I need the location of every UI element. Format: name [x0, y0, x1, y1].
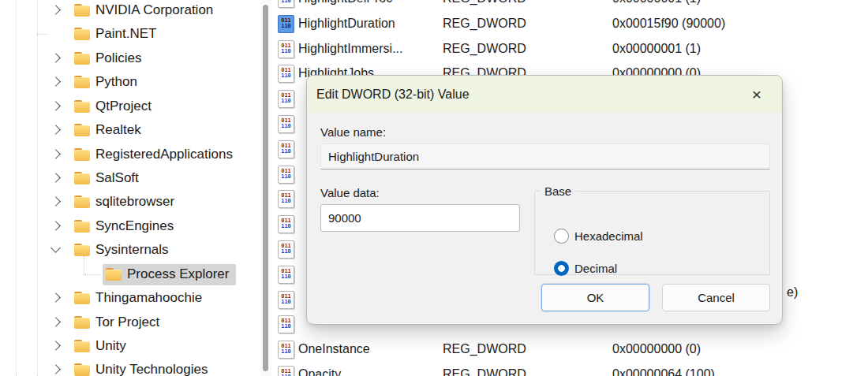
- reg-dword-icon: 011 110: [278, 115, 294, 133]
- sidebar-item-label: RegisteredApplications: [95, 147, 233, 162]
- reg-dword-icon: 011 110: [278, 140, 294, 158]
- folder-icon: [106, 268, 122, 281]
- reg-dword-icon: 011 110: [278, 0, 294, 8]
- value-name-label: Value name:: [320, 125, 386, 139]
- sidebar-item-thingamahoochie[interactable]: Thingamahoochie: [0, 286, 260, 310]
- folder-icon: [74, 340, 90, 352]
- sidebar-item-unity-technologies[interactable]: Unity Technologies: [0, 358, 260, 376]
- sidebar-item-salsoft[interactable]: SalSoft: [0, 166, 260, 190]
- value-name-cell: HighlightDuration: [298, 17, 440, 31]
- value-row-highlightimmersi[interactable]: 011 110 HighlightImmersi... REG_DWORD 0x…: [275, 36, 868, 61]
- radio-hexadecimal-label: Hexadecimal: [574, 229, 643, 243]
- sidebar-item-process-explorer[interactable]: Process Explorer: [0, 262, 260, 286]
- sidebar-item-label: Process Explorer: [127, 266, 229, 282]
- value-name-cell: HighlightDelProc: [298, 0, 440, 6]
- radio-decimal[interactable]: Decimal: [554, 260, 617, 276]
- value-data-input[interactable]: [320, 204, 520, 232]
- close-icon[interactable]: ×: [746, 87, 768, 102]
- radio-unchecked-icon[interactable]: [554, 229, 569, 244]
- sidebar-item-qtproject[interactable]: QtProject: [0, 95, 260, 118]
- chevron-icon[interactable]: [49, 363, 63, 376]
- chevron-icon[interactable]: [49, 27, 63, 41]
- sidebar-item-syncengines[interactable]: SyncEngines: [0, 214, 260, 238]
- radio-hexadecimal[interactable]: Hexadecimal: [554, 228, 643, 244]
- value-name-cell: Opacity: [298, 367, 440, 376]
- chevron-icon[interactable]: [49, 3, 63, 17]
- edit-dword-dialog: Edit DWORD (32-bit) Value × Value name: …: [306, 75, 783, 325]
- reg-dword-icon: 011 110: [278, 65, 294, 83]
- value-type-cell: REG_DWORD: [443, 342, 612, 356]
- value-data-cell: 0x00000000 (0): [612, 342, 868, 356]
- sidebar-item-nvidia-corporation[interactable]: NVIDIA Corporation: [0, 0, 260, 22]
- registry-editor-window: NVIDIA Corporation Paint.NET Policies Py…: [0, 0, 868, 376]
- reg-dword-icon: 011 110: [278, 291, 294, 309]
- ok-button[interactable]: OK: [541, 284, 649, 311]
- chevron-icon[interactable]: [49, 315, 63, 329]
- dialog-title: Edit DWORD (32-bit) Value: [316, 87, 470, 102]
- value-name-field[interactable]: [320, 143, 770, 169]
- chevron-icon[interactable]: [49, 219, 63, 233]
- radio-checked-icon[interactable]: [554, 261, 569, 276]
- chevron-icon[interactable]: [49, 99, 63, 114]
- sidebar-item-label: Policies: [95, 50, 142, 66]
- sidebar-item-label: SyncEngines: [95, 218, 174, 234]
- tree-scrollbar-thumb[interactable]: [263, 5, 268, 371]
- folder-icon: [74, 220, 90, 233]
- sidebar-item-paint-net[interactable]: Paint.NET: [0, 22, 260, 46]
- sidebar-item-label: NVIDIA Corporation: [95, 2, 213, 18]
- value-row-highlightduration[interactable]: 011 110 HighlightDuration REG_DWORD 0x00…: [275, 11, 868, 36]
- sidebar-item-registeredapplications[interactable]: RegisteredApplications: [0, 143, 260, 166]
- reg-dword-icon: 011 110: [278, 190, 294, 208]
- folder-icon: [74, 28, 90, 40]
- tree-connector: [84, 274, 100, 275]
- value-name-cell: HighlightImmersi...: [298, 42, 440, 56]
- value-type-cell: REG_DWORD: [443, 367, 612, 376]
- folder-icon: [74, 100, 90, 113]
- sidebar-item-label: Unity: [95, 338, 126, 354]
- reg-dword-icon: 011 110: [278, 215, 294, 233]
- chevron-icon[interactable]: [49, 243, 63, 257]
- dialog-titlebar[interactable]: Edit DWORD (32-bit) Value ×: [307, 76, 782, 113]
- reg-dword-icon: 011 110: [278, 341, 294, 359]
- sidebar-item-label: sqlitebrowser: [95, 194, 174, 210]
- chevron-icon[interactable]: [49, 123, 63, 137]
- chevron-icon[interactable]: [49, 339, 63, 353]
- sidebar-item-tor-project[interactable]: Tor Project: [0, 311, 260, 334]
- sidebar-item-realtek[interactable]: Realtek: [0, 118, 260, 142]
- base-group: Base Hexadecimal Decimal: [534, 184, 770, 275]
- value-data-cell: 0x00000001 (1): [612, 42, 868, 56]
- tree-connector: [37, 34, 47, 35]
- sidebar-item-policies[interactable]: Policies: [0, 47, 260, 70]
- cancel-button[interactable]: Cancel: [662, 284, 770, 311]
- reg-dword-icon: 011 110: [278, 40, 294, 58]
- tree-scrollbar[interactable]: [260, 0, 271, 376]
- folder-icon: [74, 172, 90, 184]
- sidebar-item-label: Thingamahoochie: [95, 290, 202, 306]
- tree-connector: [84, 256, 84, 274]
- sidebar-item-label: Tor Project: [95, 315, 159, 330]
- chevron-icon[interactable]: [49, 147, 63, 162]
- sidebar-item-sqlitebrowser[interactable]: sqlitebrowser: [0, 190, 260, 214]
- chevron-icon[interactable]: [49, 75, 63, 89]
- chevron-icon[interactable]: [49, 171, 63, 185]
- reg-dword-icon: 011 110: [278, 315, 294, 333]
- sidebar-item-unity[interactable]: Unity: [0, 334, 260, 358]
- folder-icon: [74, 363, 90, 376]
- value-row-opacity[interactable]: 011 110 Opacity REG_DWORD 0x00000064 (10…: [275, 362, 868, 376]
- folder-icon: [74, 148, 90, 161]
- value-data-label: Value data:: [320, 186, 380, 199]
- chevron-icon[interactable]: [49, 51, 63, 65]
- value-name-cell: OneInstance: [298, 342, 440, 356]
- folder-icon: [74, 316, 90, 329]
- sidebar-item-python[interactable]: Python: [0, 70, 260, 94]
- value-row-oneinstance[interactable]: 011 110 OneInstance REG_DWORD 0x00000000…: [275, 337, 868, 362]
- chevron-icon[interactable]: [49, 195, 63, 209]
- chevron-icon[interactable]: [49, 291, 63, 305]
- value-type-cell: REG_DWORD: [443, 17, 612, 31]
- sidebar-item-label: Paint.NET: [95, 26, 156, 42]
- reg-dword-icon: 011 110: [278, 266, 294, 284]
- value-row-highlightdelproc[interactable]: 011 110 HighlightDelProc REG_DWORD 0x000…: [275, 0, 868, 11]
- folder-icon: [74, 76, 90, 88]
- sidebar-item-sysinternals[interactable]: Sysinternals: [0, 238, 260, 262]
- folder-icon: [74, 292, 90, 304]
